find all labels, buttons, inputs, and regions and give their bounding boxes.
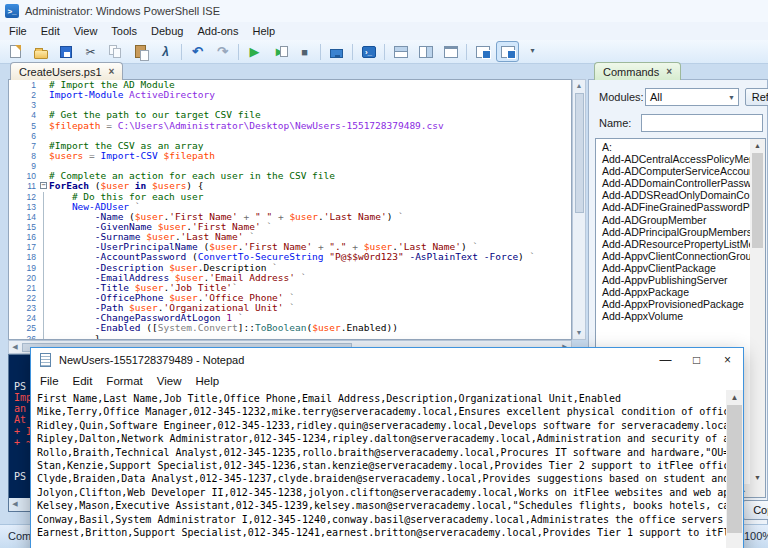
scroll-up-icon[interactable]: ▲ xyxy=(573,80,585,92)
editor-vertical-scrollbar[interactable]: ▲ ▼ xyxy=(572,79,586,340)
command-list-item[interactable]: Add-ADGroupMember xyxy=(597,214,750,226)
line-number: 26 xyxy=(9,334,39,340)
menu-debug[interactable]: Debug xyxy=(144,23,190,39)
commands-tab-label: Commands xyxy=(603,66,659,78)
undo-button[interactable]: ↶ xyxy=(186,41,209,62)
notepad-text-area[interactable]: First Name,Last Name,Job Title,Office Ph… xyxy=(33,390,726,548)
toolbar-separator xyxy=(181,44,182,60)
notepad-menu-format[interactable]: Format xyxy=(99,374,149,388)
notepad-menu-help[interactable]: Help xyxy=(189,374,227,388)
command-list-item[interactable]: Add-ADResourcePropertyListMember xyxy=(597,238,750,250)
command-list-item[interactable]: Add-ADDomainControllerPasswordReplicatio… xyxy=(597,177,750,189)
script-tab-close-icon[interactable]: × xyxy=(109,67,115,77)
csv-line: First Name,Last Name,Job Title,Office Ph… xyxy=(37,392,726,405)
scroll-down-icon[interactable]: ▼ xyxy=(573,327,585,339)
commands-tab[interactable]: Commands × xyxy=(594,62,681,80)
copy-command-button[interactable]: Copy xyxy=(743,500,768,520)
show-script-pane-maximized-button[interactable] xyxy=(439,41,462,62)
cut-icon: ✂ xyxy=(83,44,99,60)
scroll-left-icon[interactable]: ◀ xyxy=(9,341,21,353)
notepad-scroll-up-icon[interactable]: ▲ xyxy=(726,390,743,405)
line-number: 16 xyxy=(9,232,39,242)
open-script-button[interactable] xyxy=(29,41,52,62)
command-list-item[interactable]: Add-AppvClientPackage xyxy=(597,262,750,274)
command-list-item[interactable]: Add-AppxPackage xyxy=(597,286,750,298)
redo-button[interactable]: ↷ xyxy=(211,41,234,62)
command-name-input[interactable] xyxy=(641,114,763,132)
menu-view[interactable]: View xyxy=(67,23,105,39)
undo-icon: ↶ xyxy=(190,44,206,60)
maximize-icon[interactable]: □ xyxy=(681,348,712,372)
menu-file[interactable]: File xyxy=(2,23,34,39)
notepad-window: NewUsers-1551728379489 - Notepad — □ × F… xyxy=(30,347,744,548)
screen: >_ Administrator: Windows PowerShell ISE… xyxy=(0,0,768,548)
modules-dropdown[interactable]: All ▼ xyxy=(645,88,739,106)
menu-help[interactable]: Help xyxy=(245,23,282,39)
commands-tab-close-icon[interactable]: × xyxy=(666,67,672,77)
new-script-icon xyxy=(10,45,21,58)
stop-operation-button[interactable]: ■ xyxy=(293,41,316,62)
minimize-icon[interactable]: — xyxy=(650,348,681,372)
command-list-item[interactable]: Add-ADCentralAccessPolicyMember xyxy=(597,153,750,165)
command-list-item[interactable]: Add-AppvClientConnectionGroup xyxy=(597,250,750,262)
show-script-pane-right-button[interactable] xyxy=(414,41,437,62)
menu-addons[interactable]: Add-ons xyxy=(190,23,245,39)
toolbar-separator xyxy=(352,44,353,60)
command-list-item[interactable]: Add-ADDSReadOnlyDomainControllerAccount xyxy=(597,189,750,201)
commands-vscroll-thumb[interactable] xyxy=(752,153,763,248)
refresh-button-label: Refresh xyxy=(752,91,768,103)
code-token: $filepath xyxy=(49,120,100,131)
save-script-button[interactable] xyxy=(54,41,77,62)
notepad-menu-file[interactable]: File xyxy=(33,374,66,388)
fold-marker xyxy=(39,303,49,313)
paste-icon xyxy=(135,45,146,58)
toolbar-overflow-button[interactable]: ▾ xyxy=(521,41,544,62)
commands-scroll-up-icon[interactable]: ▲ xyxy=(750,139,765,152)
notepad-vertical-scrollbar[interactable]: ▲ xyxy=(726,390,743,548)
notepad-menu-view[interactable]: View xyxy=(150,374,189,388)
command-list-item[interactable]: Add-ADFineGrainedPasswordPolicySubject xyxy=(597,201,750,213)
notepad-menu-edit[interactable]: Edit xyxy=(66,374,100,388)
fold-marker[interactable]: − xyxy=(39,181,49,191)
notepad-vscroll-thumb[interactable] xyxy=(727,405,742,533)
paste-button[interactable] xyxy=(129,41,152,62)
run-script-button[interactable]: ▶ xyxy=(243,41,266,62)
show-command-window-button[interactable] xyxy=(471,41,494,62)
powershell-ise-app-icon: >_ xyxy=(5,4,19,18)
show-script-pane-top-button[interactable] xyxy=(389,41,412,62)
modules-dropdown-value: All xyxy=(650,91,662,103)
script-file-tab[interactable]: CreateUsers.ps1 × xyxy=(10,62,123,80)
copy-button[interactable] xyxy=(104,41,127,62)
cut-button[interactable]: ✂ xyxy=(79,41,102,62)
code-token: $users xyxy=(49,150,83,161)
run-selection-button[interactable]: ▶ xyxy=(268,41,291,62)
script-editor[interactable]: 1# Import the AD Module2Import-Module Ac… xyxy=(8,79,572,340)
clear-console-pane-icon: λ xyxy=(158,44,174,60)
toolbar-separator xyxy=(466,44,467,60)
collapse-region-icon[interactable]: − xyxy=(40,182,47,189)
command-list-item[interactable]: A: xyxy=(597,141,750,153)
code-token: .Enabled)) xyxy=(341,322,398,333)
command-list-item[interactable]: Add-AppxVolume xyxy=(597,310,750,322)
new-remote-powershell-tab-button[interactable] xyxy=(325,41,348,62)
commands-vertical-scrollbar[interactable]: ▲ ▼ xyxy=(750,139,765,484)
notepad-titlebar[interactable]: NewUsers-1551728379489 - Notepad — □ × xyxy=(31,348,743,372)
new-script-button[interactable] xyxy=(4,41,27,62)
menu-edit[interactable]: Edit xyxy=(34,23,67,39)
ise-titlebar[interactable]: >_ Administrator: Windows PowerShell ISE xyxy=(0,0,768,22)
command-list-item[interactable]: Add-ADComputerServiceAccount xyxy=(597,165,750,177)
refresh-button[interactable]: Refresh xyxy=(745,88,768,106)
menu-tools[interactable]: Tools xyxy=(104,23,144,39)
start-powershell-exe-button[interactable]: ›_ xyxy=(357,41,380,62)
command-list-item[interactable]: Add-ADPrincipalGroupMembership xyxy=(597,226,750,238)
clear-console-pane-button[interactable]: λ xyxy=(154,41,177,62)
command-list-item[interactable]: Add-AppvPublishingServer xyxy=(597,274,750,286)
command-list-item[interactable]: Add-AppxProvisionedPackage xyxy=(597,298,750,310)
show-command-addon-button[interactable] xyxy=(496,41,519,62)
code-token: -AsPlainText xyxy=(409,251,478,262)
commands-scroll-down-icon[interactable]: ▼ xyxy=(750,471,765,484)
close-icon[interactable]: × xyxy=(712,348,743,372)
editor-vscroll-thumb[interactable] xyxy=(575,93,584,213)
console-scroll-left-icon[interactable]: ◀ xyxy=(9,498,21,510)
csv-line: Clyde,Braiden,Data Analyst,012-345-1237,… xyxy=(37,472,726,485)
